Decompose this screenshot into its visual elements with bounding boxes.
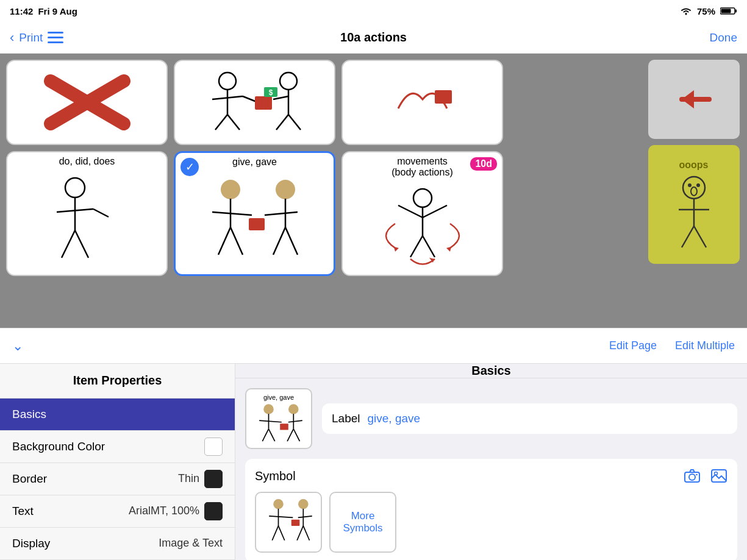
- symbol-thumbs: More Symbols: [255, 492, 727, 553]
- card-give-money[interactable]: $: [174, 60, 335, 145]
- svg-line-67: [268, 429, 274, 441]
- svg-point-71: [689, 474, 695, 480]
- svg-line-66: [262, 429, 268, 441]
- ooops-label: ooops: [676, 156, 712, 174]
- svg-rect-78: [291, 520, 299, 526]
- svg-line-83: [278, 526, 284, 541]
- svg-rect-6: [48, 41, 63, 43]
- svg-line-40: [285, 227, 298, 255]
- svg-line-65: [288, 420, 302, 422]
- svg-line-20: [288, 115, 301, 130]
- svg-rect-2: [735, 10, 737, 13]
- bottom-toolbar: ⌄ Edit Page Edit Multiple: [0, 328, 747, 363]
- svg-line-57: [682, 226, 694, 247]
- sidebar-item-basics[interactable]: Basics: [0, 399, 235, 431]
- svg-rect-4: [48, 32, 63, 34]
- svg-rect-35: [249, 218, 265, 230]
- image-icon-button[interactable]: [710, 469, 727, 483]
- card-hands[interactable]: [341, 60, 503, 145]
- svg-point-52: [688, 183, 692, 187]
- item-properties-sidebar: Item Properties Basics Background Color …: [0, 364, 235, 560]
- svg-point-63: [288, 405, 298, 414]
- svg-line-12: [215, 115, 227, 130]
- sidebar-border-label: Border: [12, 472, 47, 486]
- svg-point-54: [691, 187, 697, 196]
- svg-marker-48: [446, 247, 451, 252]
- svg-point-41: [413, 189, 432, 207]
- item-properties-title: Item Properties: [73, 374, 162, 388]
- svg-line-84: [297, 526, 303, 541]
- bg-color-swatch[interactable]: [204, 438, 223, 456]
- cards-row-1: $: [6, 60, 634, 145]
- battery-level: 75%: [697, 6, 715, 16]
- cards-row-2: do, did, does ✓ give, gave: [6, 151, 634, 276]
- card-do-label: do, did, does: [57, 152, 118, 167]
- strip-card-arrow[interactable]: [648, 60, 740, 139]
- svg-line-69: [293, 429, 299, 441]
- text-color-swatch[interactable]: [204, 502, 223, 520]
- thumb-label: give, gave: [261, 391, 296, 403]
- sidebar-item-bg-color[interactable]: Background Color: [0, 431, 235, 463]
- svg-line-82: [272, 526, 278, 541]
- status-bar: 11:42 Fri 9 Aug 75%: [0, 0, 747, 22]
- card-movements[interactable]: 10d movements (body actions): [341, 151, 503, 276]
- page-title: 10a actions: [340, 30, 407, 44]
- svg-line-77: [269, 516, 293, 518]
- more-symbols-button[interactable]: More Symbols: [329, 492, 396, 553]
- svg-rect-62: [280, 424, 288, 430]
- sidebar-text-label: Text: [12, 505, 34, 518]
- card-x[interactable]: [6, 60, 168, 145]
- grid-area: $ do, did, does: [0, 54, 747, 328]
- svg-point-36: [276, 180, 295, 199]
- border-color-swatch[interactable]: [204, 470, 223, 488]
- print-button[interactable]: Print: [19, 31, 43, 44]
- svg-marker-47: [394, 247, 399, 252]
- svg-rect-72: [696, 474, 698, 475]
- cards-container: $ do, did, does: [0, 54, 640, 328]
- label-key: Label: [332, 412, 360, 425]
- svg-text:$: $: [268, 88, 273, 97]
- edit-page-button[interactable]: Edit Page: [609, 339, 657, 352]
- item-properties-header: Item Properties: [0, 364, 235, 399]
- svg-point-59: [263, 405, 273, 414]
- svg-line-46: [423, 236, 435, 257]
- card-give[interactable]: ✓ give, gave: [174, 151, 335, 276]
- sidebar-item-display[interactable]: Display Image & Text: [0, 528, 235, 560]
- edit-multiple-button[interactable]: Edit Multiple: [675, 339, 735, 352]
- svg-line-19: [276, 115, 288, 130]
- right-strip: ooops: [640, 54, 747, 328]
- symbol-title: Symbol: [255, 469, 296, 483]
- svg-line-61: [259, 420, 282, 422]
- svg-line-58: [694, 226, 706, 247]
- back-icon[interactable]: ‹: [10, 30, 14, 46]
- properties-panel: Item Properties Basics Background Color …: [0, 363, 747, 560]
- time: 11:42: [10, 6, 33, 16]
- wifi-icon: [680, 7, 692, 15]
- svg-line-45: [410, 236, 423, 257]
- sidebar-bg-color-label: Background Color: [12, 440, 105, 453]
- camera-icon-button[interactable]: [684, 469, 701, 483]
- selected-item-thumbnail: give, gave: [245, 388, 312, 449]
- svg-line-85: [303, 526, 309, 541]
- svg-line-13: [227, 115, 240, 130]
- label-row: Label give, gave: [322, 403, 737, 434]
- menu-button[interactable]: [48, 32, 63, 44]
- card-do[interactable]: do, did, does: [6, 151, 168, 276]
- symbol-thumb-1[interactable]: [255, 492, 322, 553]
- sidebar-item-text[interactable]: Text ArialMT, 100%: [0, 495, 235, 528]
- card-give-label: give, gave: [230, 153, 279, 168]
- svg-point-75: [273, 500, 282, 509]
- done-button[interactable]: Done: [710, 31, 737, 44]
- card-movements-label: movements (body actions): [389, 152, 456, 178]
- label-value[interactable]: give, gave: [368, 412, 421, 425]
- battery-icon: [720, 7, 737, 15]
- selected-check: ✓: [180, 158, 199, 176]
- sidebar-item-border[interactable]: Border Thin: [0, 463, 235, 495]
- collapse-button[interactable]: ⌄: [12, 338, 23, 354]
- svg-point-16: [280, 73, 297, 90]
- svg-point-79: [298, 500, 307, 509]
- basics-panel: Basics give, gave: [235, 364, 747, 560]
- card-ooops[interactable]: ooops: [648, 145, 740, 264]
- sidebar-basics-label: Basics: [12, 408, 46, 421]
- svg-rect-15: [255, 96, 272, 110]
